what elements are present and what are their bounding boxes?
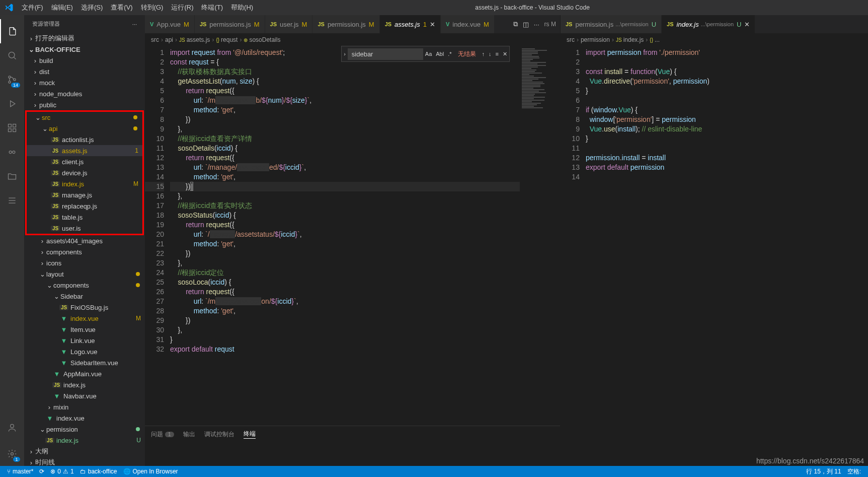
- gear-icon[interactable]: 1: [0, 442, 24, 466]
- folder-node_modules[interactable]: ›node_modules: [24, 88, 145, 99]
- sync-item[interactable]: ⟳: [36, 468, 47, 475]
- file-client.js[interactable]: JSclient.js: [27, 156, 142, 167]
- account-icon[interactable]: [0, 416, 24, 440]
- tab-assets.js[interactable]: JSassets.js1✕: [380, 15, 441, 33]
- folder-item[interactable]: 🗀back-office: [77, 468, 120, 475]
- breadcrumb-item[interactable]: permission: [581, 36, 610, 43]
- menu-item[interactable]: 终端(T): [197, 3, 227, 12]
- tab-permission.js[interactable]: JSpermission.js...\permissionU: [561, 15, 662, 33]
- find-next-icon[interactable]: ↓: [487, 51, 494, 57]
- tree-mixin[interactable]: ›mixin: [24, 401, 145, 413]
- find-case-icon[interactable]: Aa: [423, 51, 434, 57]
- tree-FixiOSBug.js[interactable]: JSFixiOSBug.js: [24, 302, 145, 313]
- tree-Link.vue[interactable]: ▼Link.vue: [24, 335, 145, 346]
- workspace-root[interactable]: ⌄BACK-OFFICE: [24, 44, 145, 55]
- tree-AppMain.vue[interactable]: ▼AppMain.vue: [24, 368, 145, 379]
- scm-icon[interactable]: 14: [0, 67, 24, 92]
- menu-item[interactable]: 运行(R): [167, 3, 197, 12]
- close-icon[interactable]: ✕: [430, 21, 435, 28]
- breadcrumb-item[interactable]: api: [165, 36, 173, 43]
- code-2[interactable]: import permission from './permission' co…: [586, 46, 868, 466]
- tab-index.js[interactable]: JSindex.js...\permissionU✕: [662, 15, 755, 33]
- find-close-icon[interactable]: ✕: [501, 51, 509, 57]
- breadcrumb-item[interactable]: src: [151, 36, 159, 43]
- more-icon[interactable]: ···: [534, 21, 539, 28]
- menu-item[interactable]: 查看(V): [107, 3, 136, 12]
- more-icon[interactable]: ···: [132, 21, 137, 27]
- find-word-icon[interactable]: Abl: [434, 51, 446, 57]
- file-actionlist.js[interactable]: JSactionlist.js: [27, 134, 142, 145]
- problems-item[interactable]: ⊗0⚠1: [47, 468, 76, 475]
- outline-section[interactable]: ›大纲: [24, 446, 145, 457]
- find-input[interactable]: [348, 48, 423, 60]
- tree-SidebarItem.vue[interactable]: ▼SidebarItem.vue: [24, 357, 145, 368]
- tree-index.vue[interactable]: ▼index.vue: [24, 413, 145, 424]
- control-icon[interactable]: [0, 140, 24, 164]
- tab-permissions.js[interactable]: JSpermissions.jsM: [195, 15, 265, 33]
- tab-permission.js[interactable]: JSpermission.jsM: [312, 15, 379, 33]
- menu-item[interactable]: 选择(S): [77, 3, 107, 12]
- panel-tab-输出[interactable]: 输出: [183, 430, 195, 439]
- tree-index.js[interactable]: JSindex.jsU: [24, 435, 145, 446]
- minimap-1[interactable]: [520, 46, 560, 426]
- tree-icons[interactable]: ›icons: [24, 257, 145, 268]
- file-index.js[interactable]: JSindex.jsM: [27, 178, 142, 189]
- file-table.js[interactable]: JStable.js: [27, 212, 142, 223]
- close-icon[interactable]: ✕: [744, 21, 750, 28]
- file-user.is[interactable]: JSuser.is: [27, 223, 142, 234]
- branch-item[interactable]: ⑂master*: [4, 468, 36, 475]
- search-icon[interactable]: [0, 43, 24, 67]
- folder-src[interactable]: ⌄src: [27, 112, 142, 123]
- tree-index.vue[interactable]: ▼index.vueM: [24, 313, 145, 324]
- folder-api[interactable]: ⌄api: [27, 123, 142, 134]
- menu-item[interactable]: 转到(G): [137, 3, 168, 12]
- open-browser-item[interactable]: 🌐Open In Browser: [120, 468, 181, 475]
- file-replaceqp.js[interactable]: JSreplaceqp.js: [27, 200, 142, 212]
- tree-permission[interactable]: ⌄permission: [24, 424, 145, 435]
- debug-icon[interactable]: [0, 92, 24, 116]
- tree-components[interactable]: ⌄components: [24, 280, 145, 291]
- find-toggle-icon[interactable]: ›: [342, 51, 348, 57]
- folder-public[interactable]: ›public: [24, 99, 145, 110]
- file-device.js[interactable]: JSdevice.js: [27, 167, 142, 178]
- breadcrumb-item[interactable]: {}...: [650, 36, 660, 43]
- timeline-section[interactable]: ›时间线: [24, 457, 145, 466]
- tab-index.vue[interactable]: Vindex.vueM: [441, 15, 495, 33]
- tree-Sidebar[interactable]: ⌄Sidebar: [24, 291, 145, 302]
- tree-components[interactable]: ›components: [24, 246, 145, 257]
- list-icon[interactable]: [0, 188, 24, 213]
- panel-tab-调试控制台[interactable]: 调试控制台: [204, 430, 234, 439]
- tab-user.js[interactable]: JSuser.jsM: [265, 15, 313, 33]
- file-assets.js[interactable]: JSassets.js1: [27, 145, 142, 156]
- breadcrumb-item[interactable]: {}requst: [216, 36, 238, 43]
- tree-assets\404_images[interactable]: ›assets\404_images: [24, 235, 145, 246]
- code-1[interactable]: import request from '@/utils/request';co…: [170, 46, 520, 426]
- breadcrumb-item[interactable]: JSassets.js: [179, 36, 210, 43]
- tab-App.vue[interactable]: VApp.vueM: [145, 15, 195, 33]
- find-regex-icon[interactable]: .*: [446, 51, 453, 57]
- extensions-icon[interactable]: [0, 116, 24, 140]
- breadcrumb-item[interactable]: src: [567, 36, 575, 43]
- menu-item[interactable]: 编辑(E): [47, 3, 77, 12]
- file-manage.js[interactable]: JSmanage.js: [27, 189, 142, 200]
- menu-item[interactable]: 文件(F): [18, 3, 47, 12]
- tree-index.js[interactable]: JSindex.js: [24, 379, 145, 390]
- panel-tab-问题[interactable]: 问题1: [151, 430, 174, 439]
- menu-item[interactable]: 帮助(H): [227, 3, 257, 12]
- cursor-pos[interactable]: 行 15，列 11: [803, 467, 844, 476]
- tree-Logo.vue[interactable]: ▼Logo.vue: [24, 346, 145, 357]
- folder-icon[interactable]: [0, 164, 24, 188]
- breadcrumb-item[interactable]: ⊕sosoDetails: [244, 36, 280, 43]
- breadcrumb-1[interactable]: src›api›JSassets.js›{}requst›⊕sosoDetail…: [145, 33, 560, 46]
- find-prev-icon[interactable]: ↑: [480, 51, 487, 57]
- breadcrumb-2[interactable]: src›permission›JSindex.js›{}...: [561, 33, 868, 46]
- folder-build[interactable]: ›build: [24, 55, 145, 66]
- spaces-item[interactable]: 空格:: [844, 467, 864, 476]
- folder-mock[interactable]: ›mock: [24, 77, 145, 88]
- panel-tab-终端[interactable]: 终端: [244, 430, 256, 439]
- tree-layout[interactable]: ⌄layout: [24, 268, 145, 280]
- tree-Item.vue[interactable]: ▼Item.vue: [24, 324, 145, 335]
- explorer-icon[interactable]: [0, 19, 24, 43]
- tree-Navbar.vue[interactable]: ▼Navbar.vue: [24, 390, 145, 401]
- open-editors-section[interactable]: ›打开的编辑器: [24, 33, 145, 44]
